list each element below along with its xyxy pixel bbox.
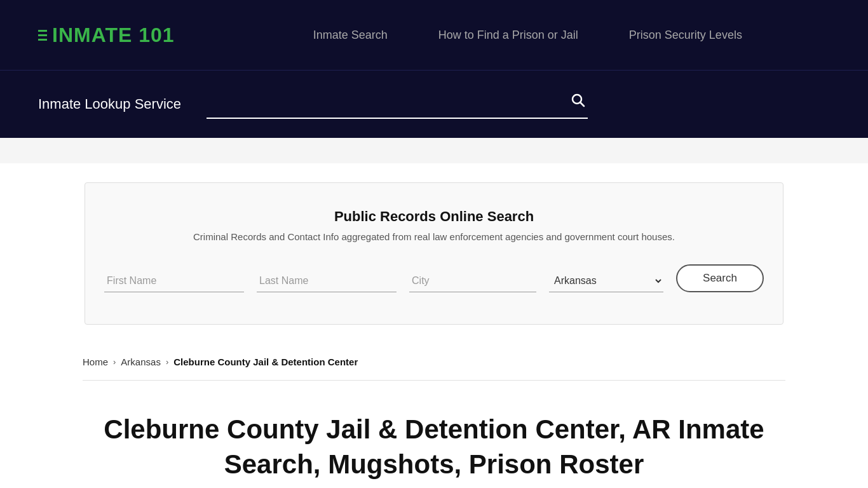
lookup-search-input[interactable] — [207, 95, 567, 109]
city-input[interactable] — [409, 270, 536, 292]
top-navigation: INMATE 101 Inmate Search How to Find a P… — [0, 0, 868, 70]
breadcrumb: Home › Arkansas › Cleburne County Jail &… — [0, 344, 868, 380]
last-name-input[interactable] — [257, 270, 397, 292]
records-search-button[interactable]: Search — [676, 264, 764, 292]
card-title: Public Records Online Search — [123, 208, 745, 225]
state-select[interactable]: AlabamaAlaskaArizonaArkansasCaliforniaCo… — [549, 269, 663, 292]
breadcrumb-separator-2: › — [166, 357, 168, 367]
nav-inmate-search[interactable]: Inmate Search — [313, 29, 388, 42]
last-name-field — [257, 270, 397, 292]
logo-lines-icon — [38, 30, 47, 41]
lookup-search-section: Inmate Lookup Service — [0, 70, 868, 138]
lookup-label: Inmate Lookup Service — [38, 96, 181, 112]
svg-line-1 — [581, 103, 585, 107]
search-icon — [570, 93, 585, 111]
main-content: Cleburne County Jail & Detention Center,… — [0, 381, 868, 488]
lookup-search-icon-button[interactable] — [567, 90, 588, 114]
nav-find-prison[interactable]: How to Find a Prison or Jail — [438, 29, 578, 42]
nav-security-levels[interactable]: Prison Security Levels — [629, 29, 742, 42]
city-field — [409, 270, 536, 292]
breadcrumb-separator-1: › — [113, 357, 116, 367]
nav-links: Inmate Search How to Find a Prison or Ja… — [226, 29, 830, 42]
section-gap — [0, 138, 868, 163]
logo-text: INMATE 101 — [52, 24, 175, 47]
breadcrumb-home[interactable]: Home — [83, 356, 108, 367]
logo[interactable]: INMATE 101 — [38, 24, 175, 47]
page-title: Cleburne County Jail & Detention Center,… — [83, 412, 785, 482]
search-form: AlabamaAlaskaArizonaArkansasCaliforniaCo… — [123, 264, 745, 292]
breadcrumb-state[interactable]: Arkansas — [121, 356, 161, 367]
first-name-input[interactable] — [104, 270, 244, 292]
state-select-container: AlabamaAlaskaArizonaArkansasCaliforniaCo… — [549, 269, 663, 292]
public-records-card: Public Records Online Search Criminal Re… — [85, 182, 783, 325]
breadcrumb-current: Cleburne County Jail & Detention Center — [173, 356, 358, 367]
card-subtitle: Criminal Records and Contact Info aggreg… — [123, 231, 745, 242]
first-name-field — [104, 270, 244, 292]
search-input-container — [207, 90, 588, 119]
